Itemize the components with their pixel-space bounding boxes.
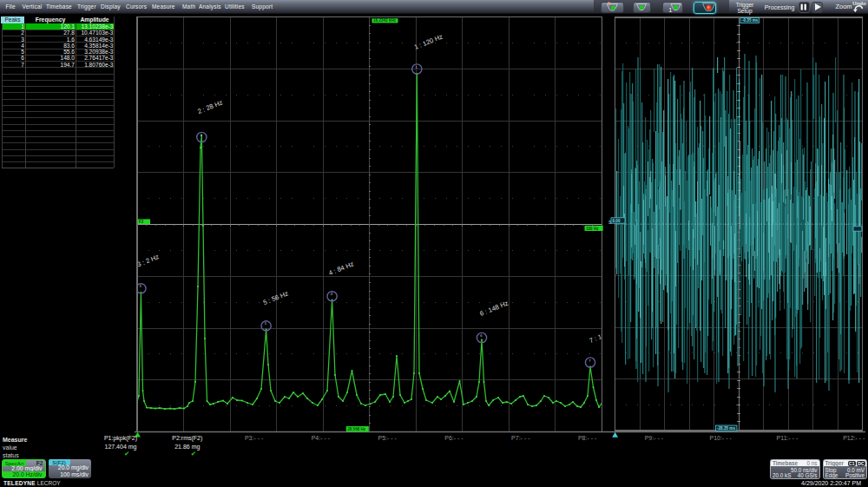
svg-text:7: 7 — [589, 359, 591, 363]
svg-text:2 : 28 Hz: 2 : 28 Hz — [196, 98, 224, 115]
svg-text:6: 6 — [480, 333, 483, 338]
svg-text:0.00: 0.00 — [613, 219, 621, 223]
svg-text:7 : 19: 7 : 19 — [589, 332, 607, 345]
svg-text:18.2343 kHz: 18.2343 kHz — [373, 18, 397, 23]
svg-text:100 Hz: 100 Hz — [586, 227, 599, 231]
svg-text:5: 5 — [265, 321, 267, 326]
svg-text:3: 3 — [140, 284, 142, 288]
svg-text:3 : 2 Hz: 3 : 2 Hz — [136, 253, 161, 268]
svg-text:-28.35 ms: -28.35 ms — [717, 426, 735, 431]
svg-text:1: 1 — [669, 7, 673, 13]
svg-text:5 : 56 Hz: 5 : 56 Hz — [262, 289, 290, 306]
svg-text:28.568 Hz: 28.568 Hz — [347, 427, 366, 431]
svg-text:4 : 84 Hz: 4 : 84 Hz — [327, 260, 355, 277]
svg-text:6 : 148 Hz: 6 : 148 Hz — [478, 299, 510, 318]
svg-text:1 : 120 Hz: 1 : 120 Hz — [413, 33, 444, 51]
svg-text:F2: F2 — [139, 220, 144, 224]
svg-text:4: 4 — [331, 292, 333, 296]
svg-text:-0.35 ms: -0.35 ms — [742, 18, 759, 23]
